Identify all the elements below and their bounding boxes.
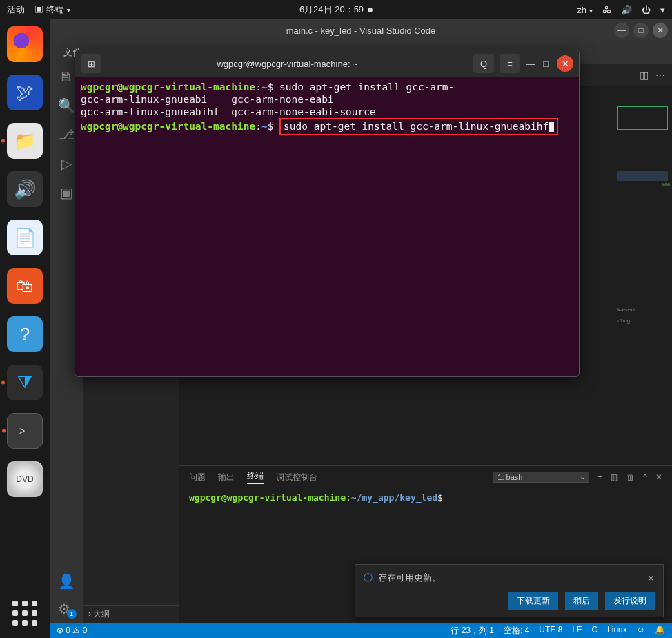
volume-icon[interactable]: 🔊 <box>621 5 632 15</box>
highlighted-command: sudo apt-get install gcc-arm-linux-gnuea… <box>279 118 558 135</box>
later-button[interactable]: 稍后 <box>565 592 598 610</box>
panel-tab-problems[interactable]: 问题 <box>189 472 206 483</box>
download-update-button[interactable]: 下载更新 <box>508 592 558 610</box>
vscode-titlebar: main.c - key_led - Visual Studio Code — … <box>50 19 672 41</box>
extensions-icon[interactable]: ▣ <box>60 184 73 201</box>
activities-button[interactable]: 活动 <box>7 3 25 16</box>
scm-icon[interactable]: ⎇ <box>59 126 75 143</box>
terminal-cursor <box>549 122 554 132</box>
terminal-minimize-button[interactable]: — <box>526 59 535 69</box>
info-icon: ⓘ <box>364 572 373 584</box>
terminal-close-button[interactable]: ✕ <box>557 55 573 72</box>
status-encoding[interactable]: UTF-8 <box>539 625 562 637</box>
terminal-title: wgpcgr@wgpcgr-virtual-machine: ~ <box>107 59 468 69</box>
minimize-button[interactable]: — <box>614 23 629 38</box>
software-icon[interactable]: 🛍 <box>7 268 43 304</box>
settings-icon[interactable]: ⚙1 <box>58 601 75 617</box>
terminal-icon[interactable]: >_ <box>7 413 43 449</box>
more-actions-icon[interactable]: ⋯ <box>655 70 665 81</box>
explorer-icon[interactable]: 🗎 <box>59 69 73 85</box>
input-method[interactable]: zh <box>577 5 593 15</box>
help-icon[interactable]: ? <box>7 316 43 352</box>
terminal-menu-button[interactable]: ≡ <box>500 54 520 73</box>
minimap[interactable]: ****** k-event r/brig <box>613 102 672 465</box>
terminal-selector[interactable]: 1: bash <box>493 472 589 483</box>
split-terminal-icon[interactable]: ▥ <box>611 472 618 482</box>
kill-terminal-icon[interactable]: 🗑 <box>626 472 635 482</box>
status-bar: ⊗ 0 ⚠ 0 行 23，列 1 空格: 4 UTF-8 LF C Linux … <box>50 623 672 638</box>
terminal-search-button[interactable]: Q <box>473 54 494 73</box>
ubuntu-dock: 🕊 📁 🔊 📄 🛍 ? ⧩ >_ DVD <box>0 19 50 638</box>
writer-icon[interactable]: 📄 <box>7 220 43 255</box>
terminal-headerbar: ⊞ wgpcgr@wgpcgr-virtual-machine: ~ Q ≡ —… <box>75 50 579 77</box>
window-title: main.c - key_led - Visual Studio Code <box>286 26 436 36</box>
status-feedback-icon[interactable]: ☺ <box>637 625 645 637</box>
thunderbird-icon[interactable]: 🕊 <box>7 75 43 110</box>
terminal-maximize-button[interactable]: □ <box>543 59 549 69</box>
dvd-icon[interactable]: DVD <box>7 461 43 497</box>
status-language[interactable]: C <box>591 625 597 637</box>
status-eol[interactable]: LF <box>572 625 582 637</box>
status-problems[interactable]: ⊗ 0 ⚠ 0 <box>57 626 87 635</box>
panel-tab-debug[interactable]: 调试控制台 <box>276 472 317 483</box>
notification-message: 存在可用更新。 <box>378 572 441 584</box>
panel-tab-output[interactable]: 输出 <box>218 472 235 483</box>
status-os[interactable]: Linux <box>607 625 627 637</box>
vscode-icon[interactable]: ⧩ <box>7 365 43 400</box>
search-icon[interactable]: 🔍 <box>58 97 75 114</box>
status-cursor-pos[interactable]: 行 23，列 1 <box>451 625 494 637</box>
gnome-topbar: 活动 ▣ 终端 6月24日 20：59 zh 🖧 🔊 ⏻ ▾ <box>0 0 672 19</box>
status-indent[interactable]: 空格: 4 <box>504 625 529 637</box>
clock[interactable]: 6月24日 20：59 <box>299 3 373 16</box>
app-menu[interactable]: ▣ 终端 <box>34 3 70 16</box>
notif-dot-icon <box>368 8 373 12</box>
rhythmbox-icon[interactable]: 🔊 <box>7 171 43 207</box>
new-tab-button[interactable]: ⊞ <box>81 54 101 73</box>
gnome-terminal-window: ⊞ wgpcgr@wgpcgr-virtual-machine: ~ Q ≡ —… <box>75 50 580 377</box>
maximize-button[interactable]: □ <box>633 23 649 38</box>
new-terminal-icon[interactable]: + <box>597 472 602 482</box>
firefox-icon[interactable] <box>7 26 43 62</box>
update-notification: ⓘ 存在可用更新。 ✕ 下载更新 稍后 发行说明 <box>355 564 664 617</box>
settings-badge: 1 <box>67 609 77 619</box>
outline-section[interactable]: › 大纲 <box>83 605 179 623</box>
power-icon[interactable]: ⏻ <box>642 5 651 15</box>
show-apps-button[interactable] <box>10 598 40 628</box>
terminal-content[interactable]: wgpcgr@wgpcgr-virtual-machine:~$ sudo ap… <box>75 77 579 376</box>
status-bell-icon[interactable]: 🔔 <box>655 625 665 637</box>
notification-close-icon[interactable]: ✕ <box>647 573 655 583</box>
account-icon[interactable]: 👤 <box>58 573 75 590</box>
files-icon[interactable]: 📁 <box>7 123 43 159</box>
split-editor-icon[interactable]: ▥ <box>640 70 649 81</box>
release-notes-button[interactable]: 发行说明 <box>605 592 655 610</box>
network-icon[interactable]: 🖧 <box>602 5 611 15</box>
close-button[interactable]: ✕ <box>653 23 668 38</box>
system-menu-chevron-icon[interactable]: ▾ <box>660 5 665 15</box>
maximize-panel-icon[interactable]: ^ <box>643 472 647 482</box>
panel-tab-terminal[interactable]: 终端 <box>247 470 264 484</box>
close-panel-icon[interactable]: ✕ <box>655 472 662 482</box>
run-icon[interactable]: ▷ <box>61 155 72 172</box>
